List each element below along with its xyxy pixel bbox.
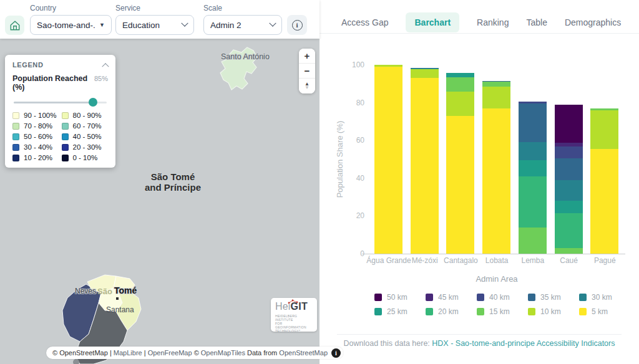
attribution-link[interactable]: MapLibre — [114, 349, 142, 357]
legend-class-label: 80 - 90% — [73, 112, 102, 119]
attribution-link[interactable]: OpenFreeMap — [148, 349, 192, 357]
bar-segment-35-km[interactable] — [555, 158, 583, 180]
legend-class: 40 - 50% — [62, 133, 109, 140]
bar-segment-25-km[interactable] — [446, 73, 474, 77]
bar-segment-5-km[interactable] — [411, 78, 439, 254]
chart-legend-item-30-km: 30 km — [579, 293, 630, 302]
legend-class-label: 10 - 20% — [24, 154, 52, 161]
home-button[interactable] — [5, 16, 24, 35]
legend-swatch — [62, 144, 69, 151]
legend-class: 80 - 90% — [62, 112, 109, 119]
bar-segment-20-km[interactable] — [555, 213, 583, 248]
bar-segment-5-km[interactable] — [446, 116, 474, 254]
chevron-down-icon — [181, 20, 188, 27]
bar-segment-25-km[interactable] — [519, 160, 547, 177]
chart-legend-swatch — [426, 294, 433, 301]
tab-demographics[interactable]: Demographics — [565, 12, 621, 32]
legend-class: 10 - 20% — [12, 154, 59, 161]
chart-legend-item-35-km: 35 km — [528, 293, 579, 302]
compass-button[interactable]: ▲▼ — [299, 79, 315, 93]
x-tick-label: Pagué — [580, 256, 630, 265]
bar-segment-5-km[interactable] — [482, 108, 510, 254]
bar-segment-30-km[interactable] — [519, 142, 547, 160]
info-button[interactable]: i — [287, 15, 307, 35]
stacked-bar-cau-[interactable] — [555, 105, 583, 254]
zoom-in-button[interactable]: + — [299, 49, 315, 64]
legend-class: 50 - 60% — [12, 133, 59, 140]
scale-select[interactable]: Admin 2 — [203, 15, 282, 35]
bar-segment-25-km[interactable] — [555, 201, 583, 213]
population-threshold-slider[interactable] — [14, 98, 107, 107]
chart-legend-label: 50 km — [387, 293, 407, 302]
stacked-bar-cantagalo[interactable] — [446, 73, 474, 254]
bar-segment-30-km[interactable] — [555, 180, 583, 201]
download-link[interactable]: HDX - Sao-tome-and-principe Accessibilit… — [432, 339, 615, 348]
stacked-bar-lemba[interactable] — [519, 102, 547, 254]
label-santana: Santana — [106, 305, 134, 314]
chart-legend-item-15-km: 15 km — [477, 307, 528, 316]
legend-class-label: 0 - 10% — [73, 154, 98, 161]
attribution-link[interactable]: OpenStreetMap — [279, 349, 328, 357]
map-canvas[interactable]: Santo António São Tomé and Príncipe Neve… — [0, 39, 320, 364]
chart-legend-swatch — [426, 308, 433, 315]
bar-segment-20-km[interactable] — [519, 176, 547, 227]
y-tick-label: 60 — [343, 136, 364, 145]
map-panel: Santo António São Tomé and Príncipe Neve… — [0, 0, 320, 364]
y-tick-label: 40 — [343, 174, 364, 183]
attribution-text: | — [108, 349, 114, 357]
service-select[interactable]: Education — [115, 15, 194, 35]
bar-segment-50-km[interactable] — [555, 105, 583, 143]
bar-segment-10-km[interactable] — [590, 110, 618, 149]
bar-segment-40-km[interactable] — [555, 146, 583, 158]
chart-legend: 50 km45 km40 km35 km30 km25 km20 km15 km… — [374, 293, 630, 316]
bar-segment-15-km[interactable] — [482, 82, 510, 87]
tab-bar: Access GapBarchartRankingTableDemographi… — [341, 12, 621, 32]
legend-swatch — [12, 144, 19, 151]
slider-handle[interactable] — [89, 98, 97, 107]
attribution-text: © OpenStreetMap — [52, 349, 108, 357]
legend-title: LEGEND — [12, 61, 43, 69]
tab-ranking[interactable]: Ranking — [477, 12, 509, 32]
legend-collapse-icon[interactable] — [102, 63, 109, 70]
legend-class-label: 70 - 80% — [24, 122, 52, 130]
bar-segment-15-km[interactable] — [446, 77, 474, 92]
tab-table[interactable]: Table — [526, 12, 547, 32]
heigit-molecule-icon — [288, 299, 299, 304]
legend-swatch — [12, 133, 19, 140]
x-axis-title: Admin Area — [409, 274, 584, 284]
attribution-info-icon[interactable]: i — [331, 348, 341, 358]
toolbar: Country Sao-tome-and-... ▼ Service Educa… — [0, 0, 320, 39]
legend-class: 90 - 100% — [12, 112, 59, 119]
chart-legend-swatch — [528, 294, 535, 301]
legend-swatch — [62, 133, 69, 140]
stacked-bar--gua-grande[interactable] — [374, 65, 402, 254]
bar-segment-15-km[interactable] — [519, 228, 547, 254]
stacked-bar-pagu-[interactable] — [590, 108, 618, 254]
country-select[interactable]: Sao-tome-and-... ▼ — [30, 15, 112, 35]
attribution-link[interactable]: OpenMapTiles — [201, 349, 245, 357]
bar-segment-15-km[interactable] — [555, 248, 583, 254]
bar-segment-35-km[interactable] — [519, 103, 547, 142]
bar-segment-10-km[interactable] — [446, 92, 474, 116]
legend-class-label: 90 - 100% — [24, 112, 56, 119]
tab-access-gap[interactable]: Access Gap — [341, 12, 388, 32]
chart-legend-label: 20 km — [438, 307, 459, 316]
heigit-logo: HeiGIT HEIDELBERG INSTITUTEFOR GEOINFORM… — [271, 298, 317, 332]
bar-segment-10-km[interactable] — [482, 87, 510, 108]
download-label: Download this data here: — [344, 339, 432, 348]
zoom-out-button[interactable]: − — [299, 64, 315, 79]
stacked-bar-m-z-xi[interactable] — [411, 68, 439, 254]
bar-segment-10-km[interactable] — [411, 69, 439, 79]
bar-segment-5-km[interactable] — [590, 149, 618, 254]
legend-class: 70 - 80% — [12, 122, 59, 130]
legend-class: 0 - 10% — [62, 154, 109, 161]
tab-barchart[interactable]: Barchart — [406, 12, 459, 32]
bar-segment-5-km[interactable] — [374, 67, 402, 254]
chart-legend-item-50-km: 50 km — [374, 293, 426, 302]
stacked-bar-lobata[interactable] — [482, 81, 510, 254]
y-tick-label: 100 — [343, 60, 364, 69]
legend-swatch — [12, 123, 19, 130]
y-axis-title: Population Share (%) — [335, 65, 344, 254]
chart-panel: Access GapBarchartRankingTableDemographi… — [320, 0, 639, 364]
label-principe: Santo António — [221, 52, 270, 61]
